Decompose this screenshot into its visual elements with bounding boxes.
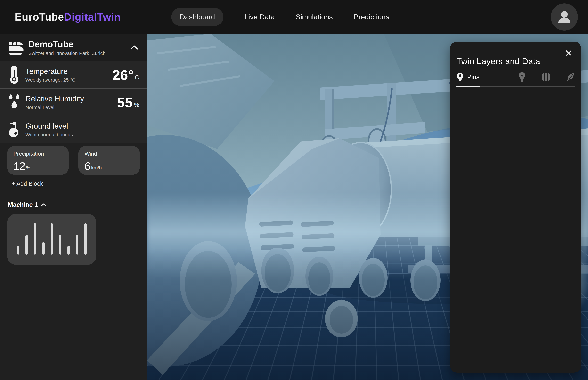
tab-pins-label: Pins <box>467 74 479 81</box>
chart-bar <box>42 242 45 255</box>
metric-text: Relative Humidity Normal Level <box>25 94 84 110</box>
brand-accent: DigitalTwin <box>64 11 121 23</box>
site-header[interactable]: DemoTube Switzerland Innovation Park, Zu… <box>0 34 147 61</box>
map-icon <box>542 72 550 82</box>
block-value: 6 km/h <box>85 161 102 171</box>
metric-subtitle: Normal Level <box>25 105 84 110</box>
chart-bar <box>25 235 28 255</box>
close-icon[interactable] <box>564 48 573 58</box>
chevron-up-icon[interactable] <box>130 45 138 50</box>
chart-bar <box>67 246 70 255</box>
metric-title: Relative Humidity <box>25 94 84 103</box>
metric-title: Ground level <box>25 122 73 131</box>
person-icon <box>555 8 573 26</box>
metric-text: Ground level Within normal bounds <box>25 122 73 137</box>
metrics-list: Temperature Weekly average: 25 °C 26° C <box>0 61 147 143</box>
metric-row-ground-level: Ground level Within normal bounds <box>0 116 147 143</box>
block-card-precipitation[interactable]: Precipitation 12 % <box>7 146 69 175</box>
block-unit: % <box>26 165 30 171</box>
metric-unit: % <box>134 101 139 108</box>
metric-row-humidity: Relative Humidity Normal Level 55 % <box>0 89 147 116</box>
block-label: Wind <box>85 151 134 157</box>
caret-up-icon <box>41 203 46 207</box>
brand-primary: EuroTube <box>15 11 64 23</box>
lightbulb-icon <box>518 72 526 82</box>
site-location: Switzerland Innovation Park, Zurich <box>28 50 105 56</box>
sidebar: DemoTube Switzerland Innovation Park, Zu… <box>0 34 147 380</box>
metric-subtitle: Weekly average: 25 °C <box>25 77 76 83</box>
tab-pins[interactable]: Pins <box>456 71 479 83</box>
humidity-drops-icon <box>8 94 20 111</box>
block-label: Precipitation <box>13 151 62 157</box>
panel-title: Twin Layers and Data <box>456 56 540 66</box>
user-avatar[interactable] <box>551 3 578 31</box>
main-nav: Dashboard Live Data Simulations Predicti… <box>171 0 389 34</box>
panel-tabs: Pins <box>456 71 575 83</box>
block-number: 6 <box>85 161 91 171</box>
metric-text: Temperature Weekly average: 25 °C <box>25 67 76 83</box>
metric-number: 55 <box>117 95 133 109</box>
chart-bar <box>84 223 87 255</box>
metric-value: 55 % <box>117 95 139 109</box>
tab-map-layers[interactable] <box>541 72 551 82</box>
chart-bar <box>34 223 36 255</box>
metric-title: Temperature <box>25 67 76 76</box>
nav-tab-live-data[interactable]: Live Data <box>244 8 275 26</box>
chart-bar <box>51 223 53 255</box>
machine-label: Machine 1 <box>8 201 38 208</box>
block-number: 12 <box>13 161 25 171</box>
block-unit: km/h <box>91 165 102 171</box>
machine-collapse-toggle[interactable]: Machine 1 <box>8 201 147 208</box>
nav-tab-dashboard[interactable]: Dashboard <box>171 8 223 26</box>
block-card-wind[interactable]: Wind 6 km/h <box>78 146 140 175</box>
metric-unit: C <box>135 74 139 81</box>
tabs-divider <box>456 86 575 87</box>
app-root: EuroTubeDigitalTwin Dashboard Live Data … <box>0 0 588 380</box>
brand-logo: EuroTubeDigitalTwin <box>15 11 121 23</box>
machine-chart-card[interactable] <box>7 214 96 265</box>
metric-row-temperature: Temperature Weekly average: 25 °C 26° C <box>0 61 147 89</box>
active-tab-indicator <box>456 86 480 87</box>
machine-bar-chart <box>17 223 87 255</box>
metric-number: 26° <box>112 68 134 82</box>
chart-bar <box>76 235 78 255</box>
tab-environment[interactable] <box>566 72 575 82</box>
twin-layers-panel: Twin Layers and Data Pins <box>450 42 581 373</box>
metric-subtitle: Within normal bounds <box>25 132 73 137</box>
pin-icon <box>456 72 464 82</box>
nav-tab-simulations[interactable]: Simulations <box>296 8 333 26</box>
chart-bar <box>17 246 19 255</box>
site-text: DemoTube Switzerland Innovation Park, Zu… <box>28 39 105 56</box>
tab-lightbulb[interactable] <box>517 72 527 82</box>
nav-tab-predictions[interactable]: Predictions <box>354 8 389 26</box>
thermometer-icon <box>8 65 20 85</box>
leaf-icon <box>566 72 575 82</box>
metric-value: 26° C <box>112 68 139 82</box>
chart-bar <box>59 235 61 255</box>
ground-level-icon <box>8 121 20 138</box>
train-icon <box>8 40 24 55</box>
block-value: 12 % <box>13 161 30 171</box>
site-name: DemoTube <box>28 39 105 49</box>
top-nav: EuroTubeDigitalTwin Dashboard Live Data … <box>0 0 588 34</box>
weather-blocks: Precipitation 12 % Wind 6 km/h <box>0 143 147 175</box>
add-block-button[interactable]: + Add Block <box>12 180 43 187</box>
